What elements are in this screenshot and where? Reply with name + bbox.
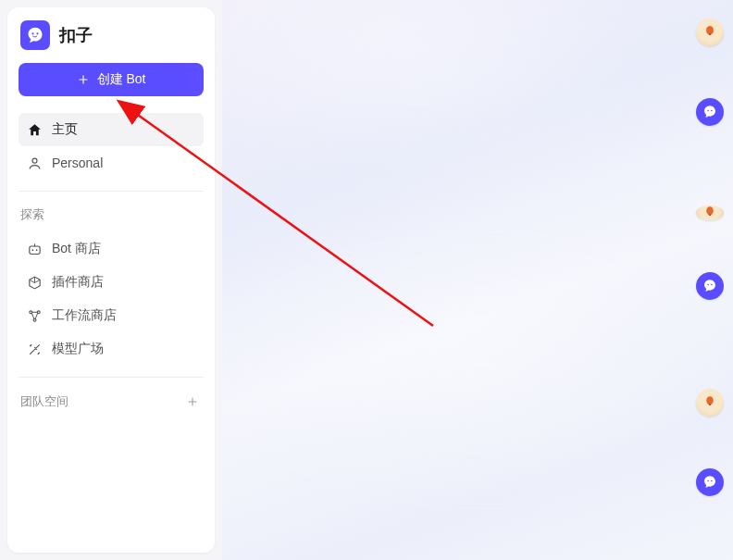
svg-point-11 <box>706 26 714 34</box>
model-plaza-icon <box>26 341 43 357</box>
svg-point-13 <box>707 110 709 112</box>
svg-point-20 <box>711 480 713 482</box>
nav-item-model-plaza[interactable]: 模型广场 <box>19 332 204 366</box>
team-space-header: 团队空间 <box>20 393 68 410</box>
rail-avatar-balloon[interactable] <box>696 205 724 220</box>
nav-item-label: Bot 商店 <box>52 241 101 257</box>
svg-point-0 <box>31 32 33 34</box>
rail-avatar-balloon[interactable] <box>696 389 724 417</box>
nav-item-bot-store[interactable]: Bot 商店 <box>19 232 204 266</box>
divider <box>19 191 204 192</box>
svg-point-17 <box>711 284 713 286</box>
logo-row: 扣子 <box>19 20 204 63</box>
app-logo-icon <box>20 20 50 50</box>
chat-face-icon <box>702 278 718 294</box>
rail-avatar-bot[interactable] <box>696 272 724 300</box>
sidebar: 扣子 创建 Bot 主页 Personal 探索 Bot 商店 <box>7 7 215 553</box>
svg-point-9 <box>30 344 31 345</box>
main-content <box>222 0 733 560</box>
explore-nav: Bot 商店 插件商店 工作流商店 模型广场 <box>19 232 204 366</box>
nav-item-label: 插件商店 <box>52 274 104 291</box>
primary-nav: 主页 Personal <box>19 113 204 180</box>
svg-point-15 <box>706 206 714 215</box>
balloon-icon <box>702 205 718 221</box>
nav-item-label: 模型广场 <box>52 341 104 357</box>
svg-point-14 <box>711 110 713 112</box>
svg-point-1 <box>36 32 38 34</box>
svg-point-6 <box>29 310 31 313</box>
svg-point-5 <box>35 249 37 251</box>
plus-icon <box>186 395 199 408</box>
nav-item-personal[interactable]: Personal <box>19 146 204 180</box>
right-rail <box>696 19 724 496</box>
rail-avatar-balloon[interactable] <box>696 19 724 46</box>
person-icon <box>26 155 43 171</box>
svg-point-10 <box>38 353 39 354</box>
create-bot-label: 创建 Bot <box>97 71 146 88</box>
app-name: 扣子 <box>59 24 93 46</box>
nav-item-plugin-store[interactable]: 插件商店 <box>19 266 204 299</box>
chat-face-icon <box>702 474 718 491</box>
balloon-icon <box>702 24 718 41</box>
chat-face-icon <box>26 26 44 44</box>
add-team-space-button[interactable] <box>183 392 202 411</box>
nav-item-label: 工作流商店 <box>52 307 117 324</box>
bot-store-icon <box>26 241 43 257</box>
create-bot-button[interactable]: 创建 Bot <box>19 63 204 96</box>
home-icon <box>26 121 43 138</box>
rail-avatar-bot[interactable] <box>696 468 724 496</box>
nav-item-workflow-store[interactable]: 工作流商店 <box>19 299 204 332</box>
nav-item-label: Personal <box>52 156 103 170</box>
chat-face-icon <box>702 104 718 120</box>
svg-point-18 <box>706 396 714 404</box>
svg-point-8 <box>33 318 36 321</box>
svg-point-16 <box>707 284 709 286</box>
workflow-store-icon <box>26 307 43 324</box>
svg-point-19 <box>707 480 709 482</box>
team-space-section: 团队空间 <box>19 387 204 420</box>
plus-icon <box>77 73 90 86</box>
svg-point-7 <box>37 310 40 313</box>
svg-point-2 <box>32 158 37 163</box>
svg-point-4 <box>31 249 33 251</box>
nav-item-home[interactable]: 主页 <box>19 113 204 146</box>
svg-rect-3 <box>29 245 39 254</box>
nav-item-label: 主页 <box>52 121 78 138</box>
plugin-store-icon <box>26 274 43 291</box>
balloon-icon <box>702 394 718 411</box>
rail-avatar-bot[interactable] <box>696 98 724 126</box>
explore-section-header: 探索 <box>19 201 204 232</box>
divider <box>19 377 204 378</box>
